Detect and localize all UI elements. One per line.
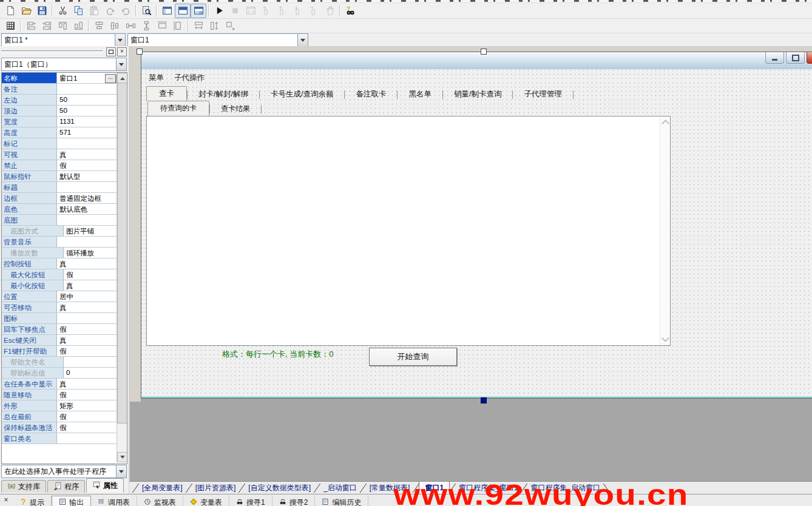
close-button[interactable]	[807, 52, 812, 64]
brace-out-icon[interactable]: {}	[306, 4, 322, 18]
inspector-tab-程序[interactable]: 程序	[47, 480, 85, 493]
layout-bottom-icon[interactable]	[191, 4, 206, 18]
property-row[interactable]: F1键打开帮助假	[2, 346, 117, 357]
panel-tab-监视表[interactable]: 监视表	[137, 496, 183, 506]
property-grid-scrollbar[interactable]	[117, 73, 127, 462]
property-row[interactable]: 名称窗口1...	[2, 73, 117, 84]
maximize-button[interactable]	[786, 52, 805, 64]
close-icon[interactable]: ×	[2, 496, 10, 505]
layout-left-icon[interactable]	[159, 4, 175, 18]
property-row[interactable]: 左边50	[2, 95, 117, 106]
panel-tab-搜寻1[interactable]: 搜寻1	[229, 496, 272, 506]
component-select-combo[interactable]: 窗口1	[127, 33, 308, 47]
chevron-down-icon[interactable]	[116, 58, 126, 70]
property-row[interactable]: 位置居中	[2, 291, 117, 302]
selection-handle-bottom-center[interactable]	[481, 397, 487, 403]
paste-icon[interactable]	[86, 4, 102, 18]
space-h-icon[interactable]	[123, 19, 138, 33]
panel-tab-提示[interactable]: 提示	[13, 496, 52, 506]
panel-tab-输出[interactable]: 输出	[52, 496, 91, 506]
panel-tab-变量表[interactable]: 变量表	[183, 496, 229, 506]
same-width-icon[interactable]	[191, 19, 206, 33]
property-row[interactable]: 背景音乐	[2, 237, 117, 248]
copy-icon[interactable]	[70, 4, 86, 18]
tab-备注取卡[interactable]: 备注取卡	[345, 87, 397, 101]
save-icon[interactable]	[34, 4, 50, 18]
tab-子代理管理[interactable]: 子代理管理	[513, 87, 573, 101]
find-icon[interactable]	[138, 4, 154, 18]
cut-icon[interactable]	[55, 4, 70, 18]
stop-icon[interactable]	[227, 4, 243, 18]
fit-v-icon[interactable]	[170, 19, 186, 33]
align-bottom-icon[interactable]	[70, 19, 86, 33]
align-top-icon[interactable]	[55, 19, 70, 33]
redo-icon[interactable]	[102, 4, 118, 18]
form-grid-icon[interactable]	[2, 19, 18, 33]
panel-tab-编辑历史[interactable]: 编辑历史	[315, 496, 368, 506]
tab-卡号生成/查询余额[interactable]: 卡号生成/查询余额	[260, 87, 344, 101]
layout-top-icon[interactable]	[175, 4, 191, 18]
align-right-icon[interactable]	[39, 19, 55, 33]
hand-icon[interactable]	[322, 4, 337, 18]
space-v-icon[interactable]	[138, 19, 154, 33]
inspector-tab-属性[interactable]: 属性	[86, 478, 124, 493]
textarea-scrollbar[interactable]	[660, 116, 670, 345]
new-file-icon[interactable]	[2, 4, 18, 18]
code-window-icon[interactable]	[243, 4, 259, 18]
inspector-tab-支持库[interactable]: 支持库	[1, 480, 46, 493]
chevron-down-icon[interactable]	[297, 34, 308, 46]
selection-handle-top-center[interactable]	[481, 49, 487, 55]
property-row[interactable]: 在任务条中显示真	[2, 379, 117, 390]
workspace-tab-[图片资源表][interactable]: [图片资源表]	[192, 482, 240, 494]
tab-销量/制卡查询[interactable]: 销量/制卡查询	[443, 87, 512, 101]
property-row[interactable]: 帮助标志值0	[2, 368, 117, 379]
brace-down-icon[interactable]: {}	[290, 4, 306, 18]
scroll-down-icon[interactable]	[117, 452, 127, 462]
panel-tab-调用表[interactable]: 调用表	[91, 496, 137, 506]
workspace-tab-[自定义数据类型表][interactable]: [自定义数据类型表]	[245, 482, 314, 494]
property-row[interactable]: 控制按钮真	[2, 258, 117, 269]
property-row[interactable]: 禁止假	[2, 160, 117, 171]
tab-黑名单[interactable]: 黑名单	[398, 87, 442, 101]
property-row[interactable]: Esc键关闭真	[2, 335, 117, 346]
object-combo[interactable]: 窗口1（窗口）	[1, 58, 127, 71]
property-row[interactable]: 最小化按钮真	[2, 280, 117, 291]
chevron-down-icon[interactable]	[116, 465, 126, 477]
tab-待查询的卡[interactable]: 待查询的卡	[147, 101, 209, 116]
chevron-down-icon[interactable]	[115, 34, 125, 46]
undo-icon[interactable]	[118, 4, 134, 18]
close-panel-button[interactable]: ×	[117, 47, 127, 56]
property-row[interactable]: 边框普通固定边框	[2, 193, 117, 204]
scroll-down-icon[interactable]	[661, 334, 669, 342]
property-row[interactable]: 播放次数循环播放	[2, 248, 117, 258]
event-handler-combo[interactable]: 在此处选择加入事件处理子程序	[1, 465, 127, 478]
ellipsis-button[interactable]: ...	[105, 74, 116, 83]
property-row[interactable]: 外形矩形	[2, 400, 117, 411]
scroll-up-icon[interactable]	[661, 120, 669, 127]
property-row[interactable]: 底色默认底色	[2, 204, 117, 215]
property-row[interactable]: 标记	[2, 138, 117, 149]
property-row[interactable]: 顶边50	[2, 106, 117, 116]
property-row[interactable]: 随意移动假	[2, 390, 117, 400]
property-row[interactable]: 可否移动真	[2, 302, 117, 313]
scrollbar-thumb[interactable]	[117, 83, 127, 423]
form-menu-item[interactable]: 菜单	[149, 73, 164, 83]
property-row[interactable]: 图标	[2, 313, 117, 324]
form-menu-item[interactable]: 子代操作	[174, 73, 205, 83]
tab-查卡结果[interactable]: 查卡结果	[210, 102, 261, 116]
property-row[interactable]: 最大化按钮假	[2, 269, 117, 280]
search-help-icon[interactable]: ?	[342, 4, 358, 18]
property-row[interactable]: 回车下移焦点假	[2, 324, 117, 335]
panel-tab-搜寻2[interactable]: 搜寻2	[272, 496, 316, 506]
workspace-tab-[全局变量表][interactable]: [全局变量表]	[138, 482, 186, 494]
designed-form-window[interactable]: 菜单子代操作 查卡封卡/解封/解绑卡号生成/查询余额备注取卡黑名单销量/制卡查询…	[141, 52, 812, 399]
start-query-button[interactable]: 开始查询	[369, 348, 457, 366]
tab-封卡/解封/解绑[interactable]: 封卡/解封/解绑	[188, 87, 259, 101]
minimize-button[interactable]	[765, 52, 784, 64]
tab-查卡[interactable]: 查卡	[146, 86, 187, 101]
property-row[interactable]: 备注	[2, 84, 117, 95]
align-left-icon[interactable]	[23, 19, 39, 33]
property-row[interactable]: 鼠标指针默认型	[2, 171, 117, 182]
workspace-tab-_启动窗口[interactable]: _启动窗口	[320, 482, 360, 494]
brace-up-icon[interactable]: {}	[274, 4, 290, 18]
